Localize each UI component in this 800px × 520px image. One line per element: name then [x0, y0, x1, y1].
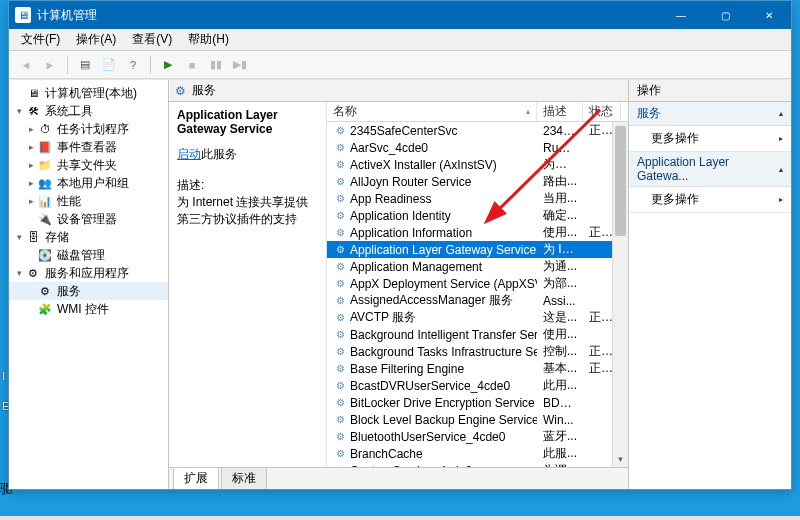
service-row[interactable]: ⚙Application Information使用...正在... [327, 224, 628, 241]
export-list-button[interactable]: 📄 [98, 54, 120, 76]
center-body: Application Layer Gateway Service 启动此服务 … [169, 102, 628, 467]
service-row[interactable]: ⚙BluetoothUserService_4cde0蓝牙... [327, 428, 628, 445]
tree-root[interactable]: 🖥 计算机管理(本地) [9, 84, 168, 102]
column-name[interactable]: 名称▴ [327, 102, 537, 121]
expand-icon[interactable]: ▸ [25, 178, 37, 188]
actions-section-services-title[interactable]: 服务 ▴ [629, 102, 791, 126]
collapse-icon[interactable]: ▾ [13, 232, 25, 242]
service-row[interactable]: ⚙AVCTP 服务这是...正在... [327, 309, 628, 326]
tree-label: 设备管理器 [57, 211, 117, 228]
menu-action[interactable]: 操作(A) [68, 29, 124, 50]
scroll-down-button[interactable]: ▼ [613, 451, 628, 467]
tree-device-manager[interactable]: 🔌 设备管理器 [9, 210, 168, 228]
gear-icon: ⚙ [333, 464, 347, 468]
start-service-link[interactable]: 启动 [177, 147, 201, 161]
service-row[interactable]: ⚙Application Identity确定... [327, 207, 628, 224]
actions-more-label: 更多操作 [651, 191, 699, 208]
tree-services-apps[interactable]: ▾ ⚙ 服务和应用程序 [9, 264, 168, 282]
nav-tree[interactable]: 🖥 计算机管理(本地) ▾ 🛠 系统工具 ▸ ⏱ 任务计划程序 ▸ 📕 事件查看… [9, 80, 169, 489]
vertical-scrollbar[interactable]: ▲ ▼ [612, 122, 628, 467]
toolbar: ◄ ► ▤ 📄 ? ▶ ■ ▮▮ ▶▮ [9, 51, 791, 79]
tab-standard[interactable]: 标准 [221, 467, 267, 489]
service-row[interactable]: ⚙Background Intelligent Transfer Service… [327, 326, 628, 343]
service-row[interactable]: ⚙AllJoyn Router Service路由... [327, 173, 628, 190]
service-desc-cell: 为 In... [537, 241, 583, 258]
menu-file[interactable]: 文件(F) [13, 29, 68, 50]
service-name: Application Management [350, 260, 482, 274]
service-desc-cell: Assi... [537, 294, 583, 308]
start-service-button[interactable]: ▶ [157, 54, 179, 76]
service-row[interactable]: ⚙AssignedAccessManager 服务Assi... [327, 292, 628, 309]
service-row[interactable]: ⚙BranchCache此服... [327, 445, 628, 462]
show-hide-tree-button[interactable]: ▤ [74, 54, 96, 76]
menu-help[interactable]: 帮助(H) [180, 29, 237, 50]
titlebar[interactable]: 🖥 计算机管理 — ▢ ✕ [9, 1, 791, 29]
service-row[interactable]: ⚙AppX Deployment Service (AppXSVC)为部... [327, 275, 628, 292]
service-row[interactable]: ⚙App Readiness当用... [327, 190, 628, 207]
service-detail-panel: Application Layer Gateway Service 启动此服务 … [169, 102, 327, 467]
tree-label: 服务 [57, 283, 81, 300]
column-desc[interactable]: 描述 [537, 102, 583, 121]
tree-disk-management[interactable]: 💽 磁盘管理 [9, 246, 168, 264]
desktop-icon-1[interactable]: I [2, 370, 5, 382]
service-row[interactable]: ⚙Application Management为通... [327, 258, 628, 275]
collapse-icon[interactable]: ▾ [13, 268, 25, 278]
gear-icon: ⚙ [333, 294, 347, 308]
expand-icon[interactable]: ▸ [25, 124, 37, 134]
tree-label: WMI 控件 [57, 301, 109, 318]
service-desc-cell: 当用... [537, 190, 583, 207]
forward-button[interactable]: ► [39, 54, 61, 76]
service-row[interactable]: ⚙2345SafeCenterSvc2345...正在... [327, 122, 628, 139]
tree-event-viewer[interactable]: ▸ 📕 事件查看器 [9, 138, 168, 156]
scroll-thumb[interactable] [615, 126, 626, 236]
service-row[interactable]: ⚙AarSvc_4cde0Runt... [327, 139, 628, 156]
actions-more-1[interactable]: 更多操作 ▸ [629, 126, 791, 151]
tab-extended[interactable]: 扩展 [173, 467, 219, 489]
help-button[interactable]: ? [122, 54, 144, 76]
restart-service-button[interactable]: ▶▮ [229, 54, 251, 76]
column-state[interactable]: 状态 [583, 102, 621, 121]
service-desc-cell: 确定... [537, 207, 583, 224]
service-row[interactable]: ⚙Block Level Backup Engine ServiceWin... [327, 411, 628, 428]
service-name-cell: ⚙CaptureService_4cde0 [327, 464, 537, 468]
service-row[interactable]: ⚙Base Filtering Engine基本...正在... [327, 360, 628, 377]
service-row[interactable]: ⚙BcastDVRUserService_4cde0此用... [327, 377, 628, 394]
stop-service-button[interactable]: ■ [181, 54, 203, 76]
collapse-icon[interactable]: ▾ [13, 106, 25, 116]
view-tabs: 扩展 标准 [169, 467, 628, 489]
tree-shared-folders[interactable]: ▸ 📁 共享文件夹 [9, 156, 168, 174]
service-row[interactable]: ⚙ActiveX Installer (AxInstSV)为从 ... [327, 156, 628, 173]
tree-wmi[interactable]: 🧩 WMI 控件 [9, 300, 168, 318]
expand-icon[interactable]: ▸ [25, 160, 37, 170]
pause-service-button[interactable]: ▮▮ [205, 54, 227, 76]
tree-storage[interactable]: ▾ 🗄 存储 [9, 228, 168, 246]
gear-icon: ⚙ [333, 175, 347, 189]
services-rows[interactable]: ⚙2345SafeCenterSvc2345...正在...⚙AarSvc_4c… [327, 122, 628, 467]
service-row[interactable]: ⚙Background Tasks Infrastructure Service… [327, 343, 628, 360]
service-row[interactable]: ⚙Application Layer Gateway Service为 In..… [327, 241, 628, 258]
gear-icon: ⚙ [333, 226, 347, 240]
expand-icon[interactable]: ▸ [25, 142, 37, 152]
service-name: Application Identity [350, 209, 451, 223]
actions-more-2[interactable]: 更多操作 ▸ [629, 187, 791, 212]
tree-services[interactable]: ⚙ 服务 [9, 282, 168, 300]
main-window: 🖥 计算机管理 — ▢ ✕ 文件(F) 操作(A) 查看(V) 帮助(H) ◄ … [8, 0, 792, 490]
service-row[interactable]: ⚙CaptureService_4cde0为调... [327, 462, 628, 467]
service-row[interactable]: ⚙BitLocker Drive Encryption ServiceBDE..… [327, 394, 628, 411]
tree-label: 性能 [57, 193, 81, 210]
taskbar[interactable] [0, 516, 800, 520]
tree-task-scheduler[interactable]: ▸ ⏱ 任务计划程序 [9, 120, 168, 138]
tree-local-users[interactable]: ▸ 👥 本地用户和组 [9, 174, 168, 192]
menu-view[interactable]: 查看(V) [124, 29, 180, 50]
actions-section-selected-title[interactable]: Application Layer Gatewa... ▴ [629, 152, 791, 187]
expand-icon[interactable]: ▸ [25, 196, 37, 206]
tree-performance[interactable]: ▸ 📊 性能 [9, 192, 168, 210]
chevron-right-icon: ▸ [779, 134, 783, 143]
close-button[interactable]: ✕ [747, 1, 791, 29]
minimize-button[interactable]: — [659, 1, 703, 29]
maximize-button[interactable]: ▢ [703, 1, 747, 29]
gear-icon: ⚙ [333, 430, 347, 444]
back-button[interactable]: ◄ [15, 54, 37, 76]
tree-system-tools[interactable]: ▾ 🛠 系统工具 [9, 102, 168, 120]
services-apps-icon: ⚙ [25, 265, 41, 281]
